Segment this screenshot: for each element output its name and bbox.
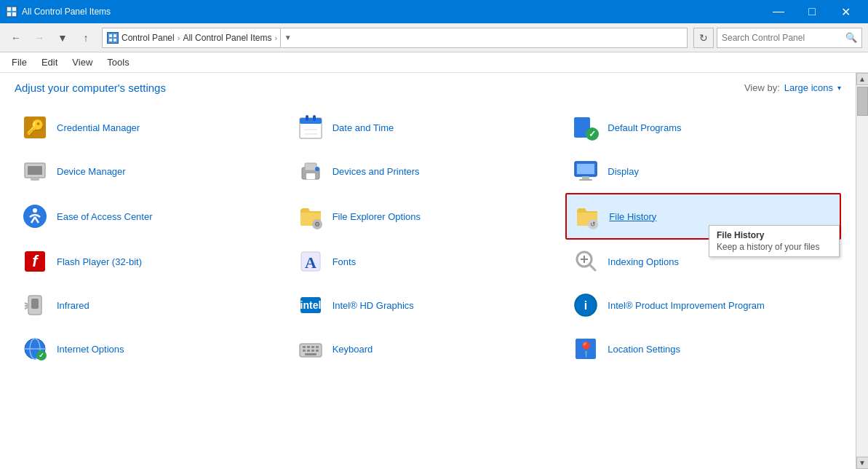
item-fonts[interactable]: A Fonts [290, 240, 566, 283]
breadcrumb-control-panel[interactable]: Control Panel [122, 33, 175, 43]
date-and-time-label: Date and Time [333, 122, 394, 133]
svg-rect-6 [109, 39, 112, 42]
fonts-icon: A [296, 247, 325, 276]
device-manager-label: Device Manager [57, 166, 126, 177]
item-default-programs[interactable]: ✓ Default Programs [565, 106, 841, 149]
svg-line-50 [25, 307, 28, 309]
maximize-button[interactable]: □ [795, 0, 829, 23]
svg-text:↺: ↺ [590, 221, 596, 228]
svg-rect-65 [303, 350, 306, 352]
back-button[interactable]: ← [6, 28, 26, 48]
display-icon [571, 157, 600, 186]
item-date-and-time[interactable]: Date and Time [290, 106, 566, 149]
address-bar[interactable]: Control Panel › All Control Panel Items … [102, 28, 688, 48]
internet-options-icon: ✓ [20, 334, 49, 363]
tooltip-description: Keep a history of your files [717, 242, 832, 252]
flash-player-icon: f [20, 247, 49, 276]
refresh-button[interactable]: ↻ [693, 28, 714, 48]
file-history-label: File History [609, 211, 656, 222]
device-manager-icon [20, 157, 49, 186]
forward-button[interactable]: → [29, 28, 49, 48]
item-intel-product[interactable]: i Intel® Product Improvement Program [565, 283, 841, 327]
scrollbar-track[interactable] [856, 85, 868, 457]
svg-rect-21 [31, 178, 39, 181]
ease-of-access-icon [20, 202, 49, 231]
view-by-chevron-icon[interactable]: ▾ [837, 84, 841, 92]
item-location-settings[interactable]: 📍 Location Settings [565, 327, 841, 371]
item-ease-of-access[interactable]: Ease of Access Center [15, 193, 290, 240]
scroll-down-button[interactable]: ▼ [856, 457, 869, 469]
svg-rect-11 [300, 118, 322, 124]
menu-tools[interactable]: Tools [101, 54, 135, 71]
breadcrumb-all-items[interactable]: All Control Panel Items [183, 33, 271, 43]
address-dropdown[interactable]: ▼ [280, 28, 295, 48]
svg-rect-27 [577, 164, 594, 174]
item-internet-options[interactable]: ✓ Internet Options [15, 327, 290, 371]
svg-text:⚙: ⚙ [314, 221, 320, 228]
svg-rect-47 [31, 299, 39, 309]
item-infrared[interactable]: Infrared [15, 283, 290, 327]
close-button[interactable]: ✕ [829, 0, 862, 23]
item-file-explorer-options[interactable]: ⚙ File Explorer Options [290, 193, 566, 240]
scrollbar: ▲ ▼ [856, 73, 868, 469]
intel-hd-graphics-icon: intel [296, 291, 325, 320]
scroll-up-button[interactable]: ▲ [856, 73, 869, 85]
svg-point-31 [33, 208, 37, 213]
svg-rect-0 [7, 7, 11, 11]
svg-rect-61 [303, 346, 306, 348]
infrared-icon [20, 291, 49, 320]
svg-line-48 [25, 303, 28, 304]
menu-file[interactable]: File [6, 54, 33, 71]
minimize-button[interactable]: — [762, 0, 795, 23]
item-file-history[interactable]: ↺ File History File History Keep a histo… [565, 193, 841, 240]
item-device-manager[interactable]: Device Manager [15, 149, 290, 193]
items-grid: 🔑 Credential Manager Date and [15, 106, 841, 371]
default-programs-icon: ✓ [571, 113, 600, 142]
intel-product-label: Intel® Product Improvement Program [608, 300, 765, 311]
menu-bar: File Edit View Tools [0, 52, 868, 73]
keyboard-icon [296, 334, 325, 363]
svg-text:🔑: 🔑 [26, 119, 44, 136]
content-wrapper: Adjust your computer's settings View by:… [0, 73, 868, 469]
menu-view[interactable]: View [66, 54, 98, 71]
date-and-time-icon [296, 113, 325, 142]
item-display[interactable]: Display [565, 149, 841, 193]
recent-locations-button[interactable]: ▼ [52, 28, 73, 48]
svg-text:✓: ✓ [39, 352, 44, 359]
heading-row: Adjust your computer's settings View by:… [15, 82, 841, 94]
keyboard-label: Keyboard [333, 344, 373, 355]
address-icon [107, 32, 119, 44]
up-button[interactable]: ↑ [76, 28, 96, 48]
svg-rect-20 [28, 166, 42, 175]
intel-product-icon: i [571, 291, 600, 320]
item-intel-hd-graphics[interactable]: intel Intel® HD Graphics [290, 283, 566, 327]
intel-hd-graphics-label: Intel® HD Graphics [333, 300, 414, 311]
default-programs-label: Default Programs [608, 122, 681, 133]
svg-rect-24 [306, 173, 315, 179]
view-by-label: View by: [744, 82, 780, 93]
svg-rect-2 [7, 12, 11, 16]
breadcrumb-separator-1: › [178, 34, 180, 42]
svg-rect-3 [12, 12, 16, 16]
file-explorer-options-icon: ⚙ [296, 202, 325, 231]
scrollbar-thumb[interactable] [857, 87, 868, 116]
item-flash-player[interactable]: f Flash Player (32-bit) [15, 240, 290, 283]
svg-rect-5 [114, 34, 116, 37]
item-credential-manager[interactable]: 🔑 Credential Manager [15, 106, 290, 149]
search-input[interactable] [722, 33, 845, 43]
svg-point-30 [23, 205, 47, 228]
location-settings-icon: 📍 [571, 334, 600, 363]
item-keyboard[interactable]: Keyboard [290, 327, 566, 371]
view-by-value[interactable]: Large icons [784, 82, 833, 93]
svg-rect-69 [305, 353, 316, 355]
svg-point-25 [315, 167, 319, 171]
menu-edit[interactable]: Edit [36, 54, 63, 71]
flash-player-label: Flash Player (32-bit) [57, 256, 142, 267]
nav-bar: ← → ▼ ↑ Control Panel › All Control Pane… [0, 23, 868, 52]
svg-rect-12 [306, 115, 308, 121]
tooltip-title: File History [717, 230, 832, 240]
svg-text:📍: 📍 [577, 341, 595, 358]
title-bar: All Control Panel Items — □ ✕ [0, 0, 868, 23]
item-devices-and-printers[interactable]: Devices and Printers [290, 149, 566, 193]
content-main: Adjust your computer's settings View by:… [0, 73, 856, 469]
